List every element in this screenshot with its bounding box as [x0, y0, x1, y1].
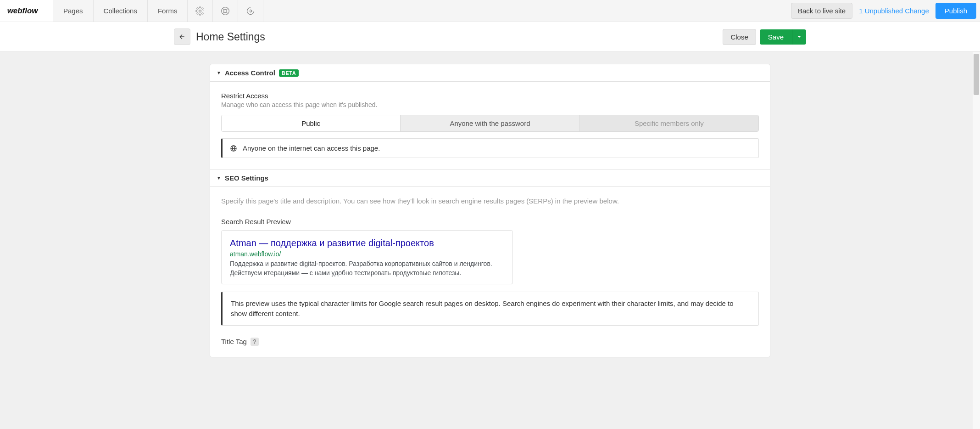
section-body-access-control: Restrict Access Manage who can access th…	[210, 82, 770, 169]
serp-description: Поддержка и развитие digital-проектов. Р…	[230, 260, 504, 277]
tab-collections[interactable]: Collections	[94, 0, 148, 22]
svg-point-1	[199, 10, 201, 12]
back-button[interactable]	[174, 28, 190, 45]
gear-icon[interactable]	[188, 0, 213, 22]
page-header: Home Settings Close Save	[0, 22, 980, 52]
arrow-left-icon	[178, 33, 186, 40]
page-title: Home Settings	[196, 31, 265, 43]
settings-panel: ▼ Access Control BETA Restrict Access Ma…	[210, 64, 770, 357]
topbar: webflow Pages Collections Forms Back to …	[0, 0, 980, 22]
help-icon[interactable]	[213, 0, 238, 22]
webflow-logo-icon: webflow	[7, 6, 46, 16]
save-button[interactable]: Save	[760, 29, 792, 45]
svg-text:webflow: webflow	[7, 6, 39, 15]
title-tag-help-icon[interactable]: ?	[251, 338, 259, 346]
logout-icon[interactable]	[238, 0, 263, 22]
title-tag-label: Title Tag	[221, 338, 247, 345]
scrollbar-track[interactable]	[973, 52, 980, 429]
serp-preview: Atman — поддержка и развитие digital-про…	[221, 230, 513, 284]
chevron-down-icon	[797, 34, 802, 39]
section-title: SEO Settings	[225, 174, 268, 182]
svg-line-6	[227, 8, 228, 10]
save-dropdown-button[interactable]	[792, 29, 806, 45]
globe-icon	[230, 145, 237, 152]
svg-line-5	[227, 12, 228, 14]
restrict-access-label: Restrict Access	[221, 92, 759, 100]
access-info-text: Anyone on the internet can access this p…	[243, 144, 380, 152]
logo[interactable]: webflow	[0, 0, 53, 22]
content: ▼ Access Control BETA Restrict Access Ma…	[0, 52, 980, 429]
caret-down-icon: ▼	[217, 70, 221, 75]
beta-badge: BETA	[279, 69, 299, 77]
access-info-strip: Anyone on the internet can access this p…	[221, 138, 759, 158]
serp-url: atman.webflow.io/	[230, 250, 504, 258]
svg-line-4	[223, 8, 225, 10]
access-option-public[interactable]: Public	[222, 115, 401, 131]
back-to-live-button[interactable]: Back to live site	[791, 3, 852, 19]
access-option-members: Specific members only	[580, 115, 758, 131]
svg-line-7	[223, 12, 225, 14]
access-option-password[interactable]: Anyone with the password	[401, 115, 579, 131]
serp-note: This preview uses the typical character …	[221, 292, 759, 326]
section-header-seo[interactable]: ▼ SEO Settings	[210, 169, 770, 187]
scrollbar-thumb[interactable]	[974, 54, 979, 95]
tab-pages[interactable]: Pages	[53, 0, 94, 22]
seo-intro-text: Specify this page's title and descriptio…	[221, 197, 759, 205]
search-preview-label: Search Result Preview	[221, 218, 759, 226]
restrict-access-desc: Manage who can access this page when it'…	[221, 101, 759, 108]
svg-point-3	[224, 9, 227, 12]
section-header-access-control[interactable]: ▼ Access Control BETA	[210, 64, 770, 82]
publish-button[interactable]: Publish	[935, 3, 976, 19]
section-title: Access Control	[225, 69, 275, 77]
section-body-seo: Specify this page's title and descriptio…	[210, 187, 770, 357]
close-button[interactable]: Close	[723, 29, 756, 45]
serp-title: Atman — поддержка и развитие digital-про…	[230, 238, 504, 248]
caret-down-icon: ▼	[217, 175, 221, 181]
tab-forms[interactable]: Forms	[148, 0, 188, 22]
access-segmented-control: Public Anyone with the password Specific…	[221, 115, 759, 132]
unpublished-change-link[interactable]: 1 Unpublished Change	[859, 7, 929, 15]
